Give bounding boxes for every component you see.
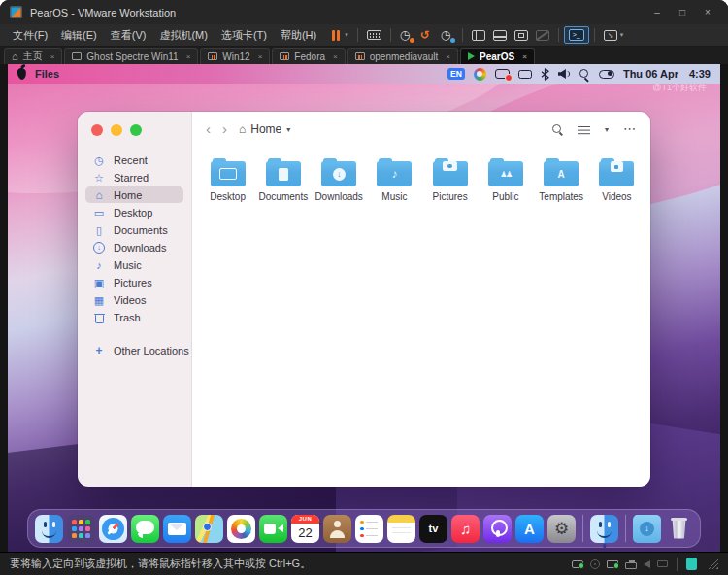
maximize-button[interactable]: □ [672,7,693,17]
menu-item[interactable]: 选项卡(T) [215,26,274,45]
tab-openmediavault[interactable]: openmediavault× [347,48,458,64]
dock-finder[interactable] [35,515,63,543]
folder-public[interactable]: Public [478,153,533,206]
sidebar-item-starred[interactable]: Starred [85,169,183,186]
folder-videos[interactable]: Videos [589,153,645,206]
dock-safari[interactable] [99,515,127,543]
tab-主页[interactable]: 主页× [4,48,62,64]
dock-files[interactable] [590,515,618,543]
ctrl-alt-del-button[interactable] [363,28,385,42]
sidebar-item-videos[interactable]: Videos [85,291,183,308]
sidebar-item-documents[interactable]: Documents [85,221,183,238]
pear-logo-icon[interactable] [17,68,26,81]
panel-console-button[interactable] [489,28,511,43]
keyboard-layout-icon[interactable] [474,68,486,81]
dock-tv[interactable]: tv [419,515,447,543]
close-button[interactable] [91,124,103,136]
tab-Fedora[interactable]: Fedora× [272,48,345,64]
dock-notes[interactable] [387,515,415,543]
sidebar-item-music[interactable]: Music [85,256,183,273]
dock-settings[interactable]: ⚙ [547,515,576,543]
fullscreen-button[interactable] [511,28,532,43]
list-view-icon[interactable] [578,124,590,135]
folder-desktop[interactable]: Desktop [200,153,255,206]
sidebar-item-recent[interactable]: Recent [85,152,183,168]
tab-Win12[interactable]: Win12× [200,48,270,64]
volume-icon[interactable] [558,69,570,79]
tab-close-icon[interactable]: × [446,52,450,61]
menubar-date[interactable]: Thu 06 Apr [623,68,678,80]
forward-button[interactable]: › [222,122,227,136]
dock-music[interactable]: ♫ [451,515,480,543]
folder-documents[interactable]: Documents [255,153,311,206]
dock-photos[interactable] [227,515,255,543]
tab-close-icon[interactable]: × [522,52,527,61]
snapshot-revert-button[interactable] [416,27,437,44]
sound-device-icon[interactable] [644,560,650,568]
fit-guest-button[interactable]: ▾ [600,28,628,43]
menu-item[interactable]: 帮助(H) [274,26,323,45]
sidebar-item-trash[interactable]: Trash [85,309,183,325]
console-view-button[interactable] [564,26,589,44]
menu-item[interactable]: 虚拟机(M) [152,26,215,45]
dock-launchpad[interactable] [67,515,95,543]
maximize-button[interactable] [130,124,142,136]
message-log-indicator[interactable] [686,558,697,570]
screen-record-icon[interactable] [495,69,510,79]
sidebar-item-other-locations[interactable]: Other Locations [85,342,183,358]
network-device-icon[interactable] [607,560,618,568]
sidebar-item-home[interactable]: Home [85,186,183,203]
close-button[interactable]: × [697,7,718,17]
folder-downloads[interactable]: Downloads [312,153,367,206]
minimize-button[interactable] [111,124,122,136]
control-center-icon[interactable] [599,70,614,79]
dock-reminders[interactable] [355,515,383,543]
usb-device-icon[interactable] [657,560,668,567]
bluetooth-icon[interactable] [541,68,549,81]
panel-library-button[interactable] [468,28,489,43]
dock-mail[interactable] [163,515,191,543]
folder-templates[interactable]: Templates [534,153,589,206]
cd-rom-device-icon[interactable] [590,559,600,569]
dock-appstore[interactable]: A [515,515,544,543]
sidebar-item-pictures[interactable]: Pictures [85,274,183,290]
menu-item[interactable]: 编辑(E) [54,26,104,45]
active-app-name[interactable]: Files [35,68,59,80]
dock-contacts[interactable] [323,515,351,543]
resize-grip-icon[interactable] [708,558,718,569]
files-content[interactable]: DesktopDocumentsDownloadsMusicPicturesPu… [192,147,650,487]
menu-item[interactable]: 查看(V) [104,26,153,45]
sidebar-item-desktop[interactable]: Desktop [85,204,183,220]
dock-trash[interactable] [665,515,693,543]
dock-maps[interactable] [195,515,223,543]
tab-PearOS[interactable]: PearOS× [460,48,535,64]
location-button[interactable]: Home ▾ [239,122,290,136]
view-options-caret-icon[interactable]: ▾ [605,125,609,134]
tab-close-icon[interactable]: × [50,52,55,61]
input-language-badge[interactable]: EN [447,68,465,80]
unity-button[interactable] [532,28,553,43]
menu-more-icon[interactable] [623,124,637,134]
display-icon[interactable] [518,70,532,79]
snapshot-take-button[interactable] [396,27,416,44]
dock-messages[interactable] [131,515,159,543]
sidebar-item-downloads[interactable]: Downloads [85,239,183,255]
tab-close-icon[interactable]: × [186,52,191,61]
dock-downloads[interactable] [633,515,661,543]
minimize-button[interactable]: – [646,7,668,17]
dock-facetime[interactable] [259,515,287,543]
printer-device-icon[interactable] [625,562,637,569]
folder-music[interactable]: Music [367,153,422,206]
dock-calendar[interactable]: JUN22 [291,515,319,543]
search-icon[interactable] [551,123,563,135]
tab-close-icon[interactable]: × [333,52,338,61]
back-button[interactable]: ‹ [206,122,211,136]
spotlight-search-icon[interactable] [579,68,590,80]
tab-Ghost Spectre Win11[interactable]: Ghost Spectre Win11× [64,48,198,64]
folder-pictures[interactable]: Pictures [422,153,478,206]
pause-vm-button[interactable]: ▾ [327,28,352,43]
menu-item[interactable]: 文件(F) [6,26,54,45]
snapshot-manager-button[interactable] [437,27,457,44]
tab-close-icon[interactable]: × [258,52,263,61]
dock-podcasts[interactable] [483,515,512,543]
